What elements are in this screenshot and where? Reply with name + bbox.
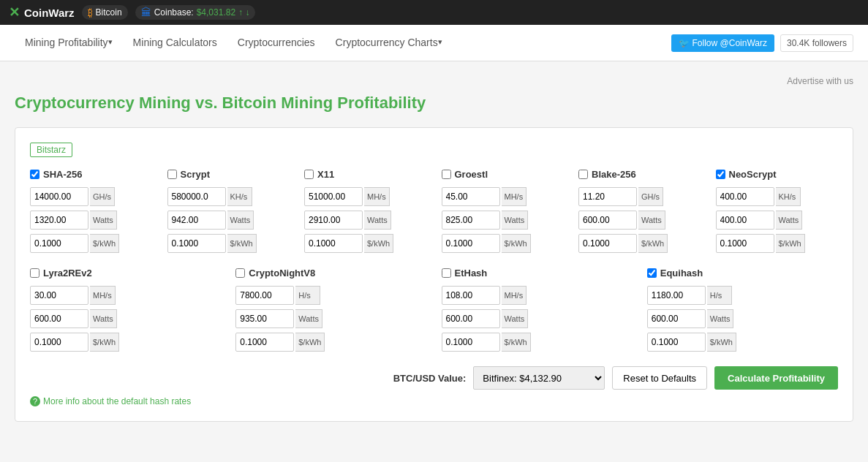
algo-lyra2rev2-cost-unit: $/kWh — [90, 333, 119, 352]
algo-equihash-cost-input[interactable] — [647, 333, 706, 352]
algo-ethash-watts-input[interactable] — [442, 309, 500, 328]
algo-x11-watts-unit: Watts — [364, 211, 391, 230]
algo-x11-watts-input[interactable] — [304, 211, 363, 230]
algo-neoscrypt-watts-unit: Watts — [776, 211, 803, 230]
algo-blake256-cost-row: $/kWh — [578, 234, 701, 253]
algo-lyra2rev2-hashrate-input[interactable] — [30, 286, 88, 305]
algo-groestl-hashrate-row: MH/s — [442, 187, 565, 206]
algo-blake256-hashrate-input[interactable] — [578, 187, 637, 206]
algo-scrypt-hashrate-row: KH/s — [167, 187, 290, 206]
algo-blake256-checkbox[interactable] — [578, 170, 588, 179]
algo-blake256-watts-unit: Watts — [638, 211, 665, 230]
algo-blake256-watts-input[interactable] — [578, 211, 637, 230]
calculate-profitability-button[interactable]: Calculate Profitability — [714, 366, 838, 390]
algo-ethash-watts-unit: Watts — [502, 309, 529, 328]
nav-right: 🐦 Follow @CoinWarz 30.4K followers — [671, 34, 853, 52]
algo-groestl-watts-row: Watts — [442, 211, 565, 230]
algo-sha256-watts-input[interactable] — [30, 211, 88, 230]
algo-lyra2rev2-watts-unit: Watts — [90, 309, 117, 328]
algo-lyra2rev2-cost-input[interactable] — [30, 333, 88, 352]
algo-blake256-hashrate-row: GH/s — [578, 187, 701, 206]
algo-lyra2rev2-hashrate-unit: MH/s — [90, 286, 116, 305]
twitter-btn-label: Follow @CoinWarz — [692, 38, 767, 48]
algo-sha256-checkbox[interactable] — [30, 170, 39, 179]
algo-groestl-hashrate-input[interactable] — [442, 187, 500, 206]
algo-equihash-watts-row: Watts — [647, 309, 838, 328]
bitcoin-pill[interactable]: ₿ Bitcoin — [82, 5, 128, 20]
algo-blake256-cost-input[interactable] — [578, 234, 637, 253]
algo-lyra2rev2-watts-input[interactable] — [30, 309, 88, 328]
algo-cryptonightv8-hashrate-input[interactable] — [235, 286, 294, 305]
algo-equihash-header: Equihash — [647, 268, 838, 279]
algo-groestl-checkbox[interactable] — [442, 170, 451, 179]
advertise-link[interactable]: Advertise with us — [15, 76, 853, 86]
twitter-follow-button[interactable]: 🐦 Follow @CoinWarz — [671, 34, 774, 52]
algo-groestl: Groestl MH/s Watts $/kWh — [442, 169, 565, 253]
algo-neoscrypt-hashrate-row: KH/s — [716, 187, 839, 206]
algo-equihash-hashrate-unit: H/s — [707, 286, 732, 305]
btc-usd-select[interactable]: Bitfinex: $4,132.90 — [473, 366, 605, 390]
algo-equihash-watts-input[interactable] — [647, 309, 706, 328]
algo-scrypt-cost-input[interactable] — [167, 234, 226, 253]
algo-scrypt-hashrate-input[interactable] — [167, 187, 226, 206]
nav-crypto-charts[interactable]: Cryptocurrency Charts — [325, 25, 453, 61]
algo-ethash-hashrate-unit: MH/s — [502, 286, 527, 305]
bitcoin-label: Bitcoin — [96, 7, 122, 18]
logo-area: ✕ CoinWarz — [9, 4, 75, 20]
algo-ethash-hashrate-input[interactable] — [442, 286, 500, 305]
algo-groestl-cost-row: $/kWh — [442, 234, 565, 253]
algo-ethash-cost-unit: $/kWh — [502, 333, 531, 352]
algo-scrypt-checkbox[interactable] — [167, 170, 177, 179]
nav-cryptocurrencies[interactable]: Cryptocurrencies — [227, 25, 325, 61]
algo-groestl-cost-input[interactable] — [442, 234, 500, 253]
algo-equihash-hashrate-input[interactable] — [647, 286, 706, 305]
algo-groestl-watts-input[interactable] — [442, 211, 500, 230]
algo-ethash-cost-input[interactable] — [442, 333, 500, 352]
bitstarz-badge[interactable]: Bitstarz — [30, 143, 72, 157]
reset-defaults-button[interactable]: Reset to Defaults — [612, 366, 707, 390]
logo-text: CoinWarz — [24, 7, 75, 19]
nav-links: Mining Profitability Mining Calculators … — [15, 25, 453, 61]
algo-neoscrypt-checkbox[interactable] — [716, 170, 725, 179]
algo-lyra2rev2-checkbox[interactable] — [30, 268, 39, 278]
algo-x11-cost-row: $/kWh — [304, 234, 427, 253]
algo-scrypt-label: Scrypt — [181, 169, 210, 180]
algo-sha256-hashrate-input[interactable] — [30, 187, 88, 206]
algo-neoscrypt-watts-input[interactable] — [716, 211, 774, 230]
algo-scrypt: Scrypt KH/s Watts $/kWh — [167, 169, 290, 253]
help-link[interactable]: More info about the default hash rates — [30, 396, 191, 406]
algo-scrypt-watts-input[interactable] — [167, 211, 226, 230]
algo-scrypt-watts-unit: Watts — [227, 211, 254, 230]
algo-cryptonightv8-watts-input[interactable] — [235, 309, 294, 328]
algo-sha256-cost-unit: $/kWh — [90, 234, 119, 253]
algo-equihash-checkbox[interactable] — [647, 268, 657, 278]
algo-equihash: Equihash H/s Watts $/kWh — [647, 268, 838, 352]
bitcoin-icon: ₿ — [88, 7, 93, 18]
algo-cryptonightv8-cost-unit: $/kWh — [295, 333, 325, 352]
navbar: Mining Profitability Mining Calculators … — [0, 25, 868, 61]
algo-x11-label: X11 — [317, 169, 334, 180]
algo-neoscrypt: NeoScrypt KH/s Watts $/kWh — [716, 169, 839, 253]
algo-ethash-checkbox[interactable] — [442, 268, 451, 278]
nav-mining-calculators[interactable]: Mining Calculators — [123, 25, 227, 61]
main-content: Advertise with us Cryptocurrency Mining … — [0, 61, 868, 436]
algo-x11-checkbox[interactable] — [304, 170, 314, 179]
calc-panel: Bitstarz SHA-256 GH/s Watts — [15, 127, 853, 422]
algo-ethash-cost-row: $/kWh — [442, 333, 633, 352]
algo-x11-cost-input[interactable] — [304, 234, 363, 253]
algo-scrypt-cost-unit: $/kWh — [227, 234, 257, 253]
algo-cryptonightv8-cost-input[interactable] — [235, 333, 294, 352]
algo-x11-hashrate-unit: MH/s — [364, 187, 390, 206]
nav-mining-profitability[interactable]: Mining Profitability — [15, 25, 123, 61]
algo-groestl-label: Groestl — [455, 169, 488, 180]
algo-sha256-cost-input[interactable] — [30, 234, 88, 253]
algo-lyra2rev2: Lyra2REv2 MH/s Watts $/kWh — [30, 268, 221, 352]
coinbase-pill[interactable]: 🏛 Coinbase: $4,031.82 ↑ ↓ — [135, 5, 256, 20]
algo-x11-hashrate-input[interactable] — [304, 187, 363, 206]
algo-cryptonightv8-hashrate-unit: H/s — [295, 286, 320, 305]
algo-cryptonightv8-checkbox[interactable] — [235, 268, 245, 278]
algo-x11-hashrate-row: MH/s — [304, 187, 427, 206]
algo-neoscrypt-hashrate-input[interactable] — [716, 187, 774, 206]
algo-sha256-watts-row: Watts — [30, 211, 153, 230]
algo-neoscrypt-cost-input[interactable] — [716, 234, 774, 253]
